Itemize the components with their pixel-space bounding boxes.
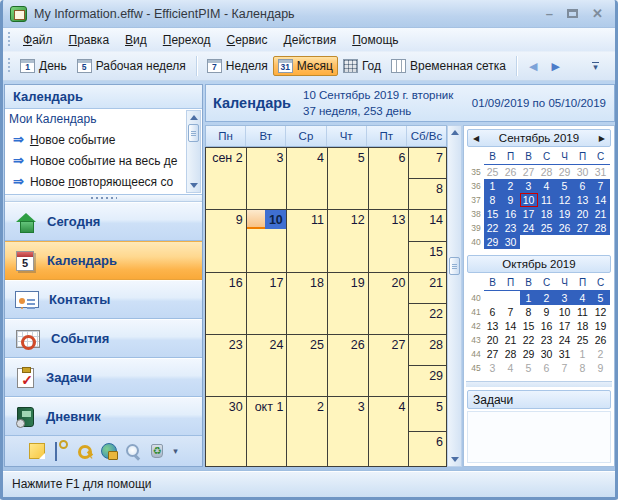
day-cell[interactable]: 16 [206,273,247,335]
day-cell[interactable]: 3 [328,397,369,467]
secure-web-icon[interactable] [101,443,117,459]
mini-day[interactable]: 3 [520,179,538,193]
day-cell[interactable]: 24 [247,335,288,397]
new-recurring-event-item[interactable]: ⇒Новое повторяющееся со [7,171,184,192]
mini-day[interactable]: 30 [538,347,556,361]
day-cell[interactable]: 4 [369,397,410,467]
recycle-bin-icon[interactable]: ♻ [149,443,165,459]
mini-day[interactable]: 10 [556,305,574,319]
mini-day[interactable] [574,235,592,249]
mini-day[interactable]: 8 [520,305,538,319]
mini-day[interactable]: 22 [520,333,538,347]
menu-edit[interactable]: Правка [61,30,118,50]
search-icon[interactable] [125,443,141,459]
scroll-down-icon[interactable] [187,179,200,192]
mini-day[interactable]: 20 [574,207,592,221]
day-cell[interactable]: 4 [287,148,328,210]
mini-day-today[interactable]: 10 [520,193,538,207]
day-cell[interactable]: 6 [369,148,410,210]
weekend-cell[interactable]: 1415 [409,210,447,273]
day-cell-selected[interactable]: 10 [247,210,288,273]
day-cell[interactable]: 23 [206,335,247,397]
day-cell[interactable]: сен 2 [206,148,247,210]
weekend-cell[interactable]: 56 [409,397,447,467]
day-cell[interactable]: 18 [287,273,328,335]
mini-day[interactable]: 16 [502,207,520,221]
sunday-subcell[interactable]: 22 [409,304,446,334]
mini-day[interactable]: 13 [484,319,502,333]
mini-day[interactable]: 24 [556,333,574,347]
mini-day[interactable]: 30 [574,165,592,179]
maximize-button[interactable] [567,7,578,20]
mini-day[interactable]: 24 [520,221,538,235]
day-cell[interactable]: окт 1 [247,397,288,467]
mini-day[interactable]: 12 [556,193,574,207]
mini-day[interactable]: 5 [520,361,538,375]
mini-day[interactable]: 5 [592,291,610,305]
mini-day[interactable] [502,291,520,305]
scroll-up-icon[interactable] [187,111,200,124]
mini-day[interactable]: 8 [484,193,502,207]
mini-day[interactable]: 21 [502,333,520,347]
mini-day[interactable]: 30 [502,235,520,249]
sunday-subcell[interactable]: 15 [409,242,446,273]
sunday-subcell[interactable]: 8 [409,179,446,209]
mini-day[interactable]: 19 [592,319,610,333]
day-cell[interactable]: 30 [206,397,247,467]
mini-day[interactable]: 17 [556,319,574,333]
mini-day[interactable]: 26 [502,165,520,179]
weekend-cell[interactable]: 2829 [409,335,447,397]
mini-day[interactable]: 13 [574,193,592,207]
prev-month-icon[interactable]: ◀ [468,134,484,143]
day-cell[interactable]: 9 [206,210,247,273]
new-allday-event-item[interactable]: ⇒Новое событие на весь де [7,150,184,171]
mini-day[interactable]: 25 [484,165,502,179]
mini-day[interactable]: 2 [538,291,556,305]
mini-day[interactable]: 18 [538,207,556,221]
sidebar-scrollbar[interactable] [186,110,201,193]
sidebar-item-calendar[interactable]: 5Календарь [5,241,202,280]
mini-day[interactable]: 26 [556,221,574,235]
tasks-panel-header[interactable]: Задачи [467,390,611,409]
mini-day[interactable]: 9 [592,361,610,375]
saturday-subcell[interactable]: 14 [409,210,446,242]
menu-help[interactable]: Помощь [344,30,406,50]
scroll-thumb[interactable] [449,257,460,275]
day-view-button[interactable]: 1День [15,56,72,76]
toolbar-overflow-button[interactable]: ▾ [590,62,601,70]
menu-go[interactable]: Переход [155,30,219,50]
mini-day[interactable]: 29 [520,347,538,361]
sidebar-item-tasks[interactable]: Задачи [5,358,202,397]
weekend-cell[interactable]: 2122 [409,273,447,335]
mini-day[interactable]: 27 [520,165,538,179]
mini-day[interactable]: 31 [592,165,610,179]
mini-day[interactable]: 3 [556,291,574,305]
day-cell[interactable]: 25 [287,335,328,397]
month-view-button[interactable]: 31Месяц [273,56,338,76]
mini-day[interactable]: 11 [538,193,556,207]
mini-day[interactable]: 18 [574,319,592,333]
mini-day[interactable]: 2 [592,347,610,361]
mini-day[interactable]: 17 [520,207,538,221]
mini-day[interactable]: 23 [538,333,556,347]
day-cell[interactable]: 3 [247,148,288,210]
mini-day[interactable]: 1 [520,291,538,305]
day-cell[interactable]: 27 [369,335,410,397]
mini-day[interactable] [520,235,538,249]
mini-day[interactable]: 25 [574,333,592,347]
day-cell[interactable]: 2 [287,397,328,467]
mini-day[interactable]: 7 [502,305,520,319]
next-month-icon[interactable]: ▶ [594,134,610,143]
close-button[interactable]: ✕ [592,7,603,20]
mini-day[interactable]: 23 [502,221,520,235]
day-cell[interactable]: 11 [287,210,328,273]
timegrid-view-button[interactable]: Временная сетка [386,56,511,76]
sunday-subcell[interactable]: 29 [409,366,446,396]
sidebar-item-events[interactable]: События [5,319,202,358]
saturday-subcell[interactable]: 28 [409,335,446,366]
day-cell[interactable]: 26 [328,335,369,397]
mini-day[interactable]: 28 [592,221,610,235]
menu-file[interactable]: Файл [15,30,61,50]
week-view-button[interactable]: 7Неделя [202,56,273,76]
mini-day[interactable]: 6 [484,305,502,319]
